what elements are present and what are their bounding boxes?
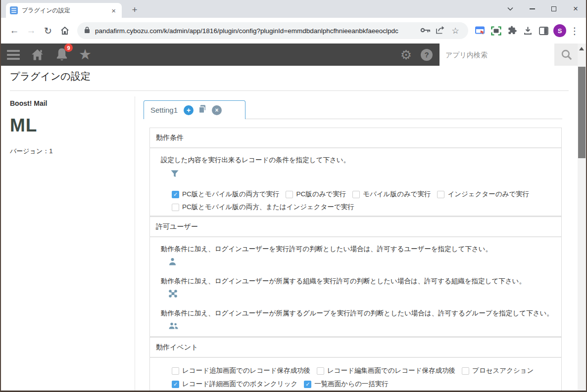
section-header-allowed-users: 許可ユーザー <box>149 217 562 237</box>
allowed-org-item: 動作条件に加え、ログインユーザーが所属する組織を実行許可の判断としたい場合は、許… <box>161 277 555 298</box>
section-body-conditions: 設定した内容を実行出来るレコードの条件を指定して下さい。 PC版とモバイル版の両… <box>149 148 562 217</box>
checkbox-run-mobile-only[interactable]: モバイル版のみで実行 <box>352 190 431 199</box>
back-button[interactable]: ← <box>6 22 23 39</box>
title-divider <box>10 90 569 91</box>
menu-kebab-icon[interactable]: ⋮ <box>568 22 581 39</box>
checkbox-box[interactable] <box>437 191 444 198</box>
magnifier-icon <box>561 49 572 60</box>
delete-setting-icon[interactable]: × <box>212 105 222 115</box>
downloads-icon[interactable] <box>520 22 536 39</box>
scrollbar-thumb[interactable] <box>578 67 586 158</box>
events-checkbox-row-1: レコード追加画面でのレコード保存成功後 レコード編集画面でのレコード保存成功後 … <box>172 366 555 375</box>
section-header-conditions: 動作条件 <box>149 128 562 148</box>
setting-tab[interactable]: Setting1 + × <box>144 100 245 119</box>
section-header-events: 動作イベント <box>149 337 562 358</box>
forward-button: → <box>23 22 40 39</box>
app-search-input[interactable] <box>440 44 554 66</box>
events-checkbox-row-2: レコード詳細画面でのボタンクリック 一覧画面からの一括実行 <box>172 380 555 389</box>
plugin-logo: ML <box>10 115 126 136</box>
side-panel-icon[interactable] <box>536 22 551 39</box>
lock-icon[interactable] <box>84 26 90 36</box>
search-button[interactable] <box>554 44 578 66</box>
tab-close-icon[interactable]: × <box>109 6 118 15</box>
setting-tab-label: Setting1 <box>150 106 178 114</box>
plugin-config-page: プラグインの設定 Boost! Mail ML バージョン：1 Setting1… <box>1 66 578 391</box>
browser-tab[interactable]: プラグインの設定 × <box>6 3 122 18</box>
browser-toolbar: ← → ↻ pandafirm.cybozu.com/k/admin/app/1… <box>1 18 586 44</box>
checkbox-box[interactable] <box>286 191 293 198</box>
checkbox-after-save-add[interactable]: レコード追加画面でのレコード保存成功後 <box>172 366 310 375</box>
user-icon[interactable] <box>169 258 555 265</box>
checkbox-detail-button-click[interactable]: レコード詳細画面でのボタンクリック <box>172 380 297 389</box>
checkbox-box[interactable] <box>304 381 311 388</box>
help-icon[interactable]: ? <box>421 49 433 61</box>
browser-home-button[interactable] <box>56 22 73 39</box>
reload-button[interactable]: ↻ <box>40 22 56 39</box>
share-icon[interactable] <box>436 26 444 36</box>
checkbox-bulk-run-list[interactable]: 一覧画面からの一括実行 <box>304 380 388 389</box>
conditions-checkbox-row-1: PC版とモバイル版の両方で実行 PC版のみで実行 モバイル版のみで実行 <box>172 190 555 199</box>
password-key-icon[interactable] <box>420 26 431 35</box>
checkbox-run-injector-only[interactable]: インジェクターのみで実行 <box>437 190 529 199</box>
window-controls: × <box>503 0 583 18</box>
plugin-version: バージョン：1 <box>10 147 126 156</box>
browser-window: プラグインの設定 × + × ← → ↻ pandafirm.cybozu.co… <box>0 0 587 392</box>
checkbox-process-action[interactable]: プロセスアクション <box>462 366 534 375</box>
conditions-description: 設定した内容を実行出来るレコードの条件を指定して下さい。 <box>161 156 555 164</box>
hamburger-menu-icon[interactable] <box>7 50 20 60</box>
new-tab-button[interactable]: + <box>128 3 142 17</box>
checkbox-box[interactable] <box>317 367 324 375</box>
settings-gear-icon[interactable]: ⚙ <box>400 48 412 61</box>
browser-tab-title: プラグインの設定 <box>22 6 109 15</box>
screen-capture-icon[interactable] <box>488 22 504 39</box>
notification-badge: 9 <box>64 44 73 52</box>
checkbox-box[interactable] <box>172 204 179 211</box>
copy-setting-icon[interactable] <box>198 104 207 116</box>
notifications-bell-icon[interactable]: 9 <box>56 48 68 61</box>
close-window-button[interactable]: × <box>568 0 583 18</box>
bookmark-star-icon[interactable]: ☆ <box>449 25 461 37</box>
checkbox-box[interactable] <box>172 381 179 388</box>
checkbox-run-pc-and-mobile[interactable]: PC版とモバイル版の両方で実行 <box>172 190 279 199</box>
checkbox-after-save-edit[interactable]: レコード編集画面でのレコード保存成功後 <box>317 366 455 375</box>
app-header: 9 ★ ⚙ ? <box>1 44 578 66</box>
profile-avatar[interactable]: S <box>553 24 566 37</box>
filter-icon[interactable] <box>171 170 555 178</box>
url-bar[interactable]: pandafirm.cybozu.com/k/admin/app/1816/pl… <box>77 22 468 39</box>
favorites-star-icon[interactable]: ★ <box>79 47 92 62</box>
section-body-events: レコード追加画面でのレコード保存成功後 レコード編集画面でのレコード保存成功後 … <box>149 358 562 391</box>
minimize-button[interactable] <box>525 0 539 18</box>
plugin-name: Boost! Mail <box>10 99 126 107</box>
maximize-button[interactable] <box>546 0 561 18</box>
checkbox-run-both-or-injector[interactable]: PC版とモバイル版の両方、またはインジェクターで実行 <box>172 203 354 212</box>
tab-search-chevron-icon[interactable] <box>503 0 518 18</box>
titlebar: プラグインの設定 × + × <box>1 0 586 18</box>
checkbox-box[interactable] <box>172 367 179 375</box>
settings-sections: 動作条件 設定した内容を実行出来るレコードの条件を指定して下さい。 PC版とモバ… <box>149 128 562 391</box>
sidebar-divider <box>135 96 135 391</box>
settings-main: Setting1 + × 動作条件 設定した内容を実行出来るレコードの条件を指定… <box>144 100 569 391</box>
page-title: プラグインの設定 <box>10 70 91 83</box>
page-scrollbar[interactable] <box>578 44 586 391</box>
scrollbar-up-arrow-icon[interactable] <box>579 47 584 50</box>
allowed-user-item: 動作条件に加え、ログインユーザーを実行許可の判断としたい場合は、許可するユーザー… <box>161 245 555 265</box>
checkbox-run-pc-only[interactable]: PC版のみで実行 <box>286 190 346 199</box>
section-body-allowed-users: 動作条件に加え、ログインユーザーを実行許可の判断としたい場合は、許可するユーザー… <box>149 237 562 337</box>
conditions-checkbox-row-2: PC版とモバイル版の両方、またはインジェクターで実行 <box>172 203 555 212</box>
extensions-puzzle-icon[interactable] <box>504 22 520 39</box>
checkbox-box[interactable] <box>172 191 179 198</box>
portal-home-icon[interactable] <box>31 48 44 61</box>
organization-icon[interactable] <box>169 290 555 298</box>
extension-window-icon[interactable] <box>472 22 488 39</box>
url-text[interactable]: pandafirm.cybozu.com/k/admin/app/1816/pl… <box>95 27 415 35</box>
add-setting-icon[interactable]: + <box>184 105 194 115</box>
checkbox-box[interactable] <box>462 367 469 375</box>
group-icon[interactable] <box>169 322 555 330</box>
plugin-favicon-icon <box>10 6 18 14</box>
checkbox-box[interactable] <box>352 191 360 198</box>
allowed-group-item: 動作条件に加え、ログインユーザーが所属するグループを実行許可の判断としたい場合は… <box>161 309 555 330</box>
plugin-sidebar: Boost! Mail ML バージョン：1 <box>10 99 126 156</box>
